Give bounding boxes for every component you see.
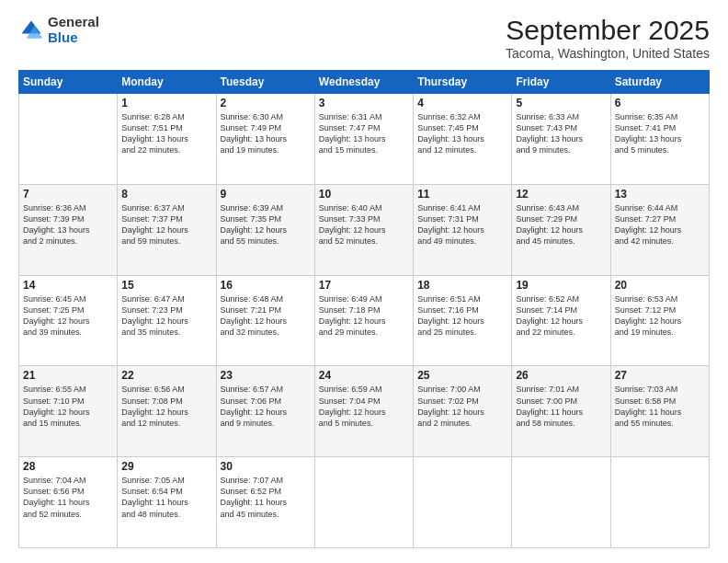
day-number: 25 — [417, 369, 507, 382]
day-number: 16 — [221, 279, 311, 292]
calendar-week-4: 21Sunrise: 6:55 AM Sunset: 7:10 PM Dayli… — [19, 366, 710, 457]
day-info: Sunrise: 7:04 AM Sunset: 6:56 PM Dayligh… — [23, 475, 113, 520]
day-number: 9 — [221, 188, 311, 201]
calendar-cell: 7Sunrise: 6:36 AM Sunset: 7:39 PM Daylig… — [19, 184, 118, 275]
logo: General Blue — [18, 15, 99, 45]
day-number: 29 — [121, 460, 211, 473]
title-block: September 2025 Tacoma, Washington, Unite… — [506, 15, 710, 61]
calendar-cell: 12Sunrise: 6:43 AM Sunset: 7:29 PM Dayli… — [512, 184, 610, 275]
day-number: 28 — [23, 460, 113, 473]
day-info: Sunrise: 7:01 AM Sunset: 7:00 PM Dayligh… — [516, 384, 606, 429]
calendar-cell: 24Sunrise: 6:59 AM Sunset: 7:04 PM Dayli… — [314, 366, 413, 457]
calendar-cell: 5Sunrise: 6:33 AM Sunset: 7:43 PM Daylig… — [512, 94, 610, 185]
day-number: 4 — [417, 97, 507, 109]
calendar-cell: 10Sunrise: 6:40 AM Sunset: 7:33 PM Dayli… — [314, 184, 413, 275]
day-number: 15 — [121, 279, 211, 292]
day-info: Sunrise: 6:51 AM Sunset: 7:16 PM Dayligh… — [417, 293, 507, 339]
day-number: 27 — [615, 369, 705, 382]
calendar-cell: 23Sunrise: 6:57 AM Sunset: 7:06 PM Dayli… — [216, 366, 314, 457]
calendar-cell: 6Sunrise: 6:35 AM Sunset: 7:41 PM Daylig… — [610, 94, 709, 185]
day-number: 24 — [319, 369, 409, 382]
calendar-cell: 3Sunrise: 6:31 AM Sunset: 7:47 PM Daylig… — [314, 94, 413, 185]
calendar-week-3: 14Sunrise: 6:45 AM Sunset: 7:25 PM Dayli… — [19, 275, 710, 366]
header-wednesday: Wednesday — [314, 71, 413, 94]
calendar: Sunday Monday Tuesday Wednesday Thursday… — [18, 70, 710, 548]
calendar-cell: 19Sunrise: 6:52 AM Sunset: 7:14 PM Dayli… — [512, 275, 610, 366]
calendar-cell: 4Sunrise: 6:32 AM Sunset: 7:45 PM Daylig… — [414, 94, 512, 185]
calendar-cell: 28Sunrise: 7:04 AM Sunset: 6:56 PM Dayli… — [19, 457, 118, 548]
day-number: 26 — [516, 369, 606, 382]
logo-text: General Blue — [48, 15, 99, 45]
header-monday: Monday — [118, 71, 216, 94]
logo-blue: Blue — [48, 30, 99, 46]
calendar-cell — [19, 94, 118, 185]
calendar-cell: 2Sunrise: 6:30 AM Sunset: 7:49 PM Daylig… — [216, 94, 314, 185]
day-number: 7 — [23, 188, 113, 201]
calendar-cell: 30Sunrise: 7:07 AM Sunset: 6:52 PM Dayli… — [216, 457, 314, 548]
day-info: Sunrise: 6:39 AM Sunset: 7:35 PM Dayligh… — [221, 202, 311, 247]
header-friday: Friday — [512, 71, 610, 94]
header-sunday: Sunday — [19, 71, 118, 94]
day-info: Sunrise: 6:56 AM Sunset: 7:08 PM Dayligh… — [121, 384, 211, 429]
day-number: 6 — [615, 97, 705, 109]
logo-general: General — [48, 15, 99, 30]
day-info: Sunrise: 6:43 AM Sunset: 7:29 PM Dayligh… — [516, 202, 606, 247]
calendar-cell: 1Sunrise: 6:28 AM Sunset: 7:51 PM Daylig… — [118, 94, 216, 185]
day-number: 18 — [417, 279, 507, 292]
calendar-cell: 18Sunrise: 6:51 AM Sunset: 7:16 PM Dayli… — [414, 275, 512, 366]
day-info: Sunrise: 6:37 AM Sunset: 7:37 PM Dayligh… — [121, 202, 211, 247]
month-title: September 2025 — [506, 15, 710, 46]
day-info: Sunrise: 6:41 AM Sunset: 7:31 PM Dayligh… — [417, 202, 507, 247]
calendar-cell: 8Sunrise: 6:37 AM Sunset: 7:37 PM Daylig… — [118, 184, 216, 275]
calendar-cell: 9Sunrise: 6:39 AM Sunset: 7:35 PM Daylig… — [216, 184, 314, 275]
calendar-week-1: 1Sunrise: 6:28 AM Sunset: 7:51 PM Daylig… — [19, 94, 710, 185]
day-number: 2 — [221, 97, 311, 109]
calendar-cell: 15Sunrise: 6:47 AM Sunset: 7:23 PM Dayli… — [118, 275, 216, 366]
header: General Blue September 2025 Tacoma, Wash… — [18, 15, 710, 61]
day-number: 21 — [23, 369, 113, 382]
location: Tacoma, Washington, United States — [506, 46, 710, 61]
calendar-cell — [512, 457, 610, 548]
day-number: 3 — [319, 97, 409, 109]
day-info: Sunrise: 6:57 AM Sunset: 7:06 PM Dayligh… — [221, 384, 311, 429]
day-number: 30 — [221, 460, 311, 473]
day-info: Sunrise: 6:52 AM Sunset: 7:14 PM Dayligh… — [516, 293, 606, 339]
calendar-cell: 11Sunrise: 6:41 AM Sunset: 7:31 PM Dayli… — [414, 184, 512, 275]
day-info: Sunrise: 6:36 AM Sunset: 7:39 PM Dayligh… — [23, 202, 113, 247]
calendar-week-5: 28Sunrise: 7:04 AM Sunset: 6:56 PM Dayli… — [19, 457, 710, 548]
day-number: 13 — [615, 188, 705, 201]
calendar-cell: 26Sunrise: 7:01 AM Sunset: 7:00 PM Dayli… — [512, 366, 610, 457]
day-info: Sunrise: 6:32 AM Sunset: 7:45 PM Dayligh… — [417, 111, 507, 156]
page: General Blue September 2025 Tacoma, Wash… — [0, 0, 728, 563]
calendar-week-2: 7Sunrise: 6:36 AM Sunset: 7:39 PM Daylig… — [19, 184, 710, 275]
calendar-cell — [610, 457, 709, 548]
day-info: Sunrise: 6:44 AM Sunset: 7:27 PM Dayligh… — [615, 202, 705, 247]
day-info: Sunrise: 6:45 AM Sunset: 7:25 PM Dayligh… — [23, 293, 113, 339]
day-info: Sunrise: 6:35 AM Sunset: 7:41 PM Dayligh… — [615, 111, 705, 156]
calendar-cell: 22Sunrise: 6:56 AM Sunset: 7:08 PM Dayli… — [118, 366, 216, 457]
header-thursday: Thursday — [414, 71, 512, 94]
day-info: Sunrise: 7:00 AM Sunset: 7:02 PM Dayligh… — [417, 384, 507, 429]
day-number: 8 — [121, 188, 211, 201]
day-info: Sunrise: 6:28 AM Sunset: 7:51 PM Dayligh… — [121, 111, 211, 156]
calendar-cell — [414, 457, 512, 548]
day-info: Sunrise: 6:48 AM Sunset: 7:21 PM Dayligh… — [221, 293, 311, 339]
day-number: 23 — [221, 369, 311, 382]
day-number: 5 — [516, 97, 606, 109]
weekday-header-row: Sunday Monday Tuesday Wednesday Thursday… — [19, 71, 710, 94]
logo-icon — [18, 17, 44, 43]
calendar-cell: 27Sunrise: 7:03 AM Sunset: 6:58 PM Dayli… — [610, 366, 709, 457]
day-info: Sunrise: 7:05 AM Sunset: 6:54 PM Dayligh… — [121, 475, 211, 520]
day-number: 10 — [319, 188, 409, 201]
calendar-cell: 21Sunrise: 6:55 AM Sunset: 7:10 PM Dayli… — [19, 366, 118, 457]
day-number: 19 — [516, 279, 606, 292]
calendar-cell: 20Sunrise: 6:53 AM Sunset: 7:12 PM Dayli… — [610, 275, 709, 366]
day-info: Sunrise: 6:55 AM Sunset: 7:10 PM Dayligh… — [23, 384, 113, 429]
day-number: 20 — [615, 279, 705, 292]
calendar-cell: 25Sunrise: 7:00 AM Sunset: 7:02 PM Dayli… — [414, 366, 512, 457]
day-info: Sunrise: 6:31 AM Sunset: 7:47 PM Dayligh… — [319, 111, 409, 156]
day-number: 1 — [121, 97, 211, 109]
day-number: 12 — [516, 188, 606, 201]
day-info: Sunrise: 6:49 AM Sunset: 7:18 PM Dayligh… — [319, 293, 409, 339]
day-info: Sunrise: 6:33 AM Sunset: 7:43 PM Dayligh… — [516, 111, 606, 156]
